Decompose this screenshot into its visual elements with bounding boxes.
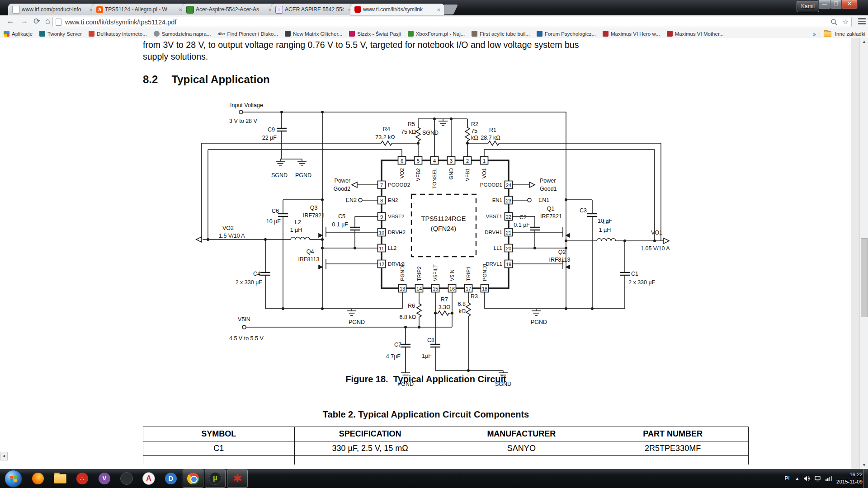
taskbar-media-icon[interactable]: ∴ <box>72 469 93 488</box>
svg-text:75: 75 <box>471 128 477 134</box>
language-indicator[interactable]: PL <box>784 475 791 482</box>
vertical-scrollbar[interactable]: ▲ ▼ <box>859 38 868 469</box>
tab-acer-archive[interactable]: ≡ ACER ASPIRE 5542 5542G × <box>271 4 355 15</box>
bookmark-label: New Matrix Glitcher... <box>293 31 342 37</box>
bookmark-twonky[interactable]: Twonky Server <box>39 31 82 37</box>
taskbar-explorer-icon[interactable] <box>50 469 71 488</box>
hidden-icons-icon[interactable]: ▲ <box>795 476 799 481</box>
taskbar-chrome-icon[interactable] <box>183 469 203 488</box>
scroll-down-icon[interactable]: ▼ <box>860 461 868 469</box>
tab-irf[interactable]: www.irf.com/product-info × <box>8 4 97 15</box>
svg-text:19: 19 <box>506 262 511 267</box>
bookmark-acrylic-tube[interactable]: First acylic tube buil... <box>472 31 530 37</box>
close-button[interactable]: ✕ <box>841 0 858 9</box>
svg-text:DRVH1: DRVH1 <box>485 230 502 235</box>
taskbar-dark-app-icon[interactable] <box>116 469 137 488</box>
date-text: 2015-11-09 <box>836 479 863 486</box>
windows-logo-icon <box>10 475 17 482</box>
volume-icon[interactable] <box>803 475 810 482</box>
bookmark-matrix-glitcher[interactable]: New Matrix Glitcher... <box>285 31 342 37</box>
taskbar-utorrent-icon[interactable]: µ <box>205 469 226 488</box>
red-site-icon <box>89 31 94 37</box>
tab-ti-pdf[interactable]: www.ti.com/lit/ds/symlink × <box>350 4 444 15</box>
svg-text:16: 16 <box>449 286 455 291</box>
taskbar-viber-icon[interactable]: V <box>94 469 115 488</box>
svg-text:Q3: Q3 <box>310 205 318 211</box>
svg-text:4: 4 <box>433 158 436 164</box>
tube-icon <box>472 31 477 37</box>
bookmark-forum-psych[interactable]: Forum Psychologicz... <box>537 31 596 37</box>
taskbar-blue-app-icon[interactable]: D <box>160 469 181 488</box>
svg-text:C7: C7 <box>394 342 401 348</box>
close-tab-icon[interactable]: × <box>179 7 182 13</box>
forward-icon[interactable]: → <box>20 16 28 26</box>
minimize-button[interactable]: — <box>818 0 831 9</box>
action-center-icon[interactable] <box>814 475 821 482</box>
bookmarks-bar: Aplikacje Twonky Server Delikatesy inter… <box>0 29 868 39</box>
time-text: 16:22 <box>836 471 863 479</box>
col-manufacturer: MANUFACTURER <box>446 427 597 441</box>
taskbar-firefox-icon[interactable] <box>28 469 48 488</box>
scroll-left-icon[interactable]: ◄ <box>0 452 8 460</box>
svg-text:VO2: VO2 <box>222 225 234 231</box>
svg-text:2 x 330 µF: 2 x 330 µF <box>628 279 656 286</box>
back-icon[interactable]: ← <box>6 16 14 26</box>
svg-text:75 kΩ: 75 kΩ <box>401 129 416 135</box>
bookmark-label: XboxForum.pl - Naj... <box>416 31 465 37</box>
bookmark-maximus-mother[interactable]: Maximus VI Mother... <box>667 31 724 37</box>
tab-label: TPS51124 - Allegro.pl - W <box>105 6 175 13</box>
maximize-button[interactable]: ❐ <box>830 0 842 9</box>
start-button[interactable] <box>5 470 22 488</box>
zoom-icon[interactable] <box>830 19 838 26</box>
taskbar-red-app-icon[interactable]: ✱ <box>227 469 248 488</box>
svg-text:3 V to 28 V: 3 V to 28 V <box>229 118 258 124</box>
bookmark-xboxforum[interactable]: XboxForum.pl - Naj... <box>408 31 465 37</box>
lock-icon <box>285 31 291 37</box>
svg-text:PGOOD2: PGOOD2 <box>388 182 410 188</box>
svg-text:PGND2: PGND2 <box>400 263 405 281</box>
bookmark-star-icon[interactable]: ☆ <box>842 18 849 26</box>
svg-text:Q4: Q4 <box>307 249 314 255</box>
reload-icon[interactable]: ⟳ <box>33 16 40 26</box>
home-icon[interactable]: ⌂ <box>45 16 50 26</box>
svg-text:V5IN: V5IN <box>449 269 455 281</box>
other-bookmarks-button[interactable]: Inne zakładki <box>835 31 865 37</box>
taskbar-aimp-icon[interactable]: A <box>138 469 159 488</box>
scrollbar-thumb[interactable] <box>861 238 868 317</box>
address-bar[interactable]: www.ti.com/lit/ds/symlink/tps51124.pdf ☆ <box>52 17 852 27</box>
menu-icon[interactable] <box>858 18 866 24</box>
taskbar: ∴ V A D µ ✱ <box>0 469 868 488</box>
svg-text:Good1: Good1 <box>540 186 557 192</box>
svg-text:11: 11 <box>379 246 384 251</box>
bookmark-pioneer[interactable]: dba Find Pioneer i Disko... <box>217 31 278 37</box>
tab-acer-aspire[interactable]: Acer-Aspire-5542-Acer-As × <box>182 4 276 15</box>
overflow-chevron-icon[interactable]: » <box>813 31 816 38</box>
col-specification: SPECIFICATION <box>294 427 446 441</box>
bookmark-sizzix[interactable]: Sizzix - Świat Pasji <box>349 31 401 37</box>
svg-text:1 µH: 1 µH <box>599 227 611 233</box>
url-text[interactable]: www.ti.com/lit/ds/symlink/tps51124.pdf <box>65 19 830 26</box>
bookmark-apps[interactable]: Aplikacje <box>4 31 33 37</box>
svg-text:PGND: PGND <box>531 319 547 325</box>
svg-text:6: 6 <box>401 158 403 164</box>
clock[interactable]: 16:22 2015-11-09 <box>836 471 863 485</box>
svg-text:C1: C1 <box>631 271 638 277</box>
svg-text:PGOOD1: PGOOD1 <box>480 182 502 188</box>
profile-button[interactable]: Kamil <box>797 1 819 12</box>
bookmark-label: Delikatesy interneto... <box>97 31 147 37</box>
bookmark-label: First acylic tube buil... <box>480 31 530 37</box>
show-desktop-button[interactable] <box>863 469 868 488</box>
scroll-up-icon[interactable]: ▲ <box>860 38 868 46</box>
bookmark-maximus-hero[interactable]: Maximus VI Hero w... <box>603 31 660 37</box>
tab-allegro[interactable]: a TPS51124 - Allegro.pl - W × <box>92 4 186 15</box>
network-icon[interactable] <box>825 475 832 482</box>
svg-text:10: 10 <box>379 230 384 235</box>
bookmark-samodzielna[interactable]: Samodzielna napra... <box>154 31 211 37</box>
archive-icon: ≡ <box>275 6 283 14</box>
close-tab-icon[interactable]: × <box>437 7 440 13</box>
xbox-icon <box>408 31 414 37</box>
ic-pins-left: 7 PGOOD2 8 EN2 9 VBST2 10 DRVH2 11 LL2 1… <box>378 181 410 268</box>
bookmark-delikatesy[interactable]: Delikatesy interneto... <box>89 31 147 37</box>
svg-text:1.05 V/10 A: 1.05 V/10 A <box>641 245 670 252</box>
bookmark-label: Maximus VI Mother... <box>675 31 724 37</box>
